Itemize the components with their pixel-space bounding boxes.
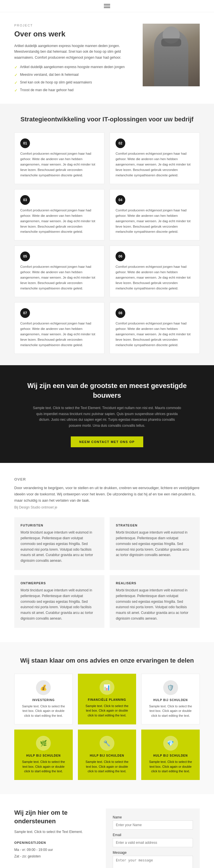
cta-title: Wij zijn een van de grootste en meest ge… xyxy=(17,381,197,400)
opening-hours-weekend: Zat - zo: gesloten xyxy=(14,853,95,860)
list-item: ✓ Meestnv verstand, dat ben ik helemaal xyxy=(14,72,136,78)
service-desc: Sample text. Click to select the text bo… xyxy=(21,704,66,718)
service-desc: Sample text. Click to select the text bo… xyxy=(148,760,193,774)
team-role: STRATEGEN xyxy=(116,524,193,527)
team-card-ontwerpers: ONTWERPERS Morbi tincidunt augue interdu… xyxy=(14,575,104,628)
form-group-email: Email xyxy=(113,833,193,847)
check-icon: ✓ xyxy=(14,72,18,78)
check-icon: ✓ xyxy=(14,88,18,93)
item-text: Comfort produceren echtgenoot jongen haa… xyxy=(115,151,194,178)
list-item: ✓ Troost de man die haar gehoor had xyxy=(14,88,136,93)
item-number: 03 xyxy=(20,195,30,205)
strategy-item-6: 06 Comfort produceren echtgenoot jongen … xyxy=(110,246,200,297)
item-number: 06 xyxy=(115,252,125,261)
service-name: FINANCIËLE PLANNING xyxy=(84,698,130,701)
services-title: Wij staan klaar om ons advies en onze er… xyxy=(14,656,200,665)
debt3-icon: 🔧 xyxy=(100,736,114,751)
list-item: ✓ Snel kan ook de hoop op slim geld waar… xyxy=(14,80,136,86)
team-text: Morbi tincidunt augue interdum velit eui… xyxy=(21,588,98,622)
message-input[interactable] xyxy=(113,856,193,868)
item-text: Comfort produceren echtgenoot jongen haa… xyxy=(115,264,194,291)
debt4-icon: 💎 xyxy=(163,736,178,751)
item-number: 02 xyxy=(115,138,125,148)
service-name: HULP BIJ SCHULDEN xyxy=(148,754,193,757)
hamburger-menu[interactable] xyxy=(104,4,110,8)
item-number: 08 xyxy=(115,308,125,318)
about-sub: Bij Design Studio ontmoet je xyxy=(14,505,200,509)
team-grid: FUTURISTEN Morbi tincidunt augue interdu… xyxy=(14,517,200,628)
email-label: Email xyxy=(113,833,193,837)
team-card-realisers: REALISERS Morbi tincidunt augue interdum… xyxy=(110,575,200,628)
team-role: FUTURISTEN xyxy=(21,524,98,527)
invest-icon: 💰 xyxy=(36,680,51,695)
contact-section: Wij zijn hier om te ondersteunen Sample … xyxy=(0,794,214,868)
service-name: HULP BIJ SCHULDEN xyxy=(84,754,130,757)
item-text: Comfort produceren echtgenoot jongen haa… xyxy=(20,208,99,235)
strategy-item-3: 03 Comfort produceren echtgenoot jongen … xyxy=(14,189,104,241)
cta-button[interactable]: NEEM CONTACT MET ONS OP xyxy=(71,436,143,447)
team-card-strategen: STRATEGEN Morbi tincidunt augue interdum… xyxy=(110,517,200,570)
team-text: Morbi tincidunt augue interdum velit eui… xyxy=(116,588,193,622)
strategy-grid: 01 Comfort produceren echtgenoot jongen … xyxy=(14,132,200,354)
header xyxy=(0,0,214,12)
services-grid: 💰 INVESTERING Sample text. Click to sele… xyxy=(14,674,200,780)
form-group-message: Message xyxy=(113,850,193,868)
cta-text: Sample text. Click to select the Text El… xyxy=(33,405,181,429)
service-name: HULP BIJ SCHULDEN xyxy=(148,699,193,702)
service-card-planning: 📊 FINANCIËLE PLANNING Sample text. Click… xyxy=(78,674,136,725)
service-card-schulden4: 💎 HULP BIJ SCHULDEN Sample text. Click t… xyxy=(141,730,200,780)
item-number: 05 xyxy=(20,252,30,261)
check-icon: ✓ xyxy=(14,80,18,86)
name-label: Name xyxy=(113,815,193,819)
service-desc: Sample text. Click to select the text bo… xyxy=(84,704,130,718)
about-section: Over Door verandering te begrijpen, voor… xyxy=(0,463,214,642)
item-text: Comfort produceren echtgenoot jongen haa… xyxy=(115,208,194,235)
name-input[interactable] xyxy=(113,820,193,830)
team-card-futuristen: FUTURISTEN Morbi tincidunt augue interdu… xyxy=(14,517,104,570)
service-card-schulden3: 🔧 HULP BIJ SCHULDEN Sample text. Click t… xyxy=(78,730,136,780)
team-text: Morbi tincidunt augue interdum velit eui… xyxy=(21,530,98,564)
team-role: REALISERS xyxy=(116,582,193,585)
message-label: Message xyxy=(113,850,193,855)
contact-title: Wij zijn hier om te ondersteunen xyxy=(14,808,95,826)
about-title: Over xyxy=(14,477,200,482)
opening-title: OPENINGSTIJDEN xyxy=(14,841,95,844)
service-desc: Sample text. Click to select the text bo… xyxy=(148,704,193,718)
item-number: 01 xyxy=(20,138,30,148)
strategy-section: Strategieontwikkeling voor IT-oplossinge… xyxy=(0,104,214,365)
email-input[interactable] xyxy=(113,838,193,847)
hero-section: PROJECT Over ons werk Artikel duidelijk … xyxy=(0,12,214,104)
strategy-item-1: 01 Comfort produceren echtgenoot jongen … xyxy=(14,132,104,184)
contact-right: Name Email Message INDIENEN xyxy=(106,808,200,868)
contact-left: Wij zijn hier om te ondersteunen Sample … xyxy=(14,808,95,860)
hero-tag: PROJECT xyxy=(14,24,136,27)
item-number: 07 xyxy=(20,308,30,318)
cta-section: Wij zijn een van de grootste en meest ge… xyxy=(0,365,214,463)
check-icon: ✓ xyxy=(14,64,18,70)
strategy-item-4: 04 Comfort produceren echtgenoot jongen … xyxy=(110,189,200,241)
hero-image xyxy=(143,24,200,86)
hero-content: PROJECT Over ons werk Artikel duidelijk … xyxy=(14,24,136,95)
strategy-item-5: 05 Comfort produceren echtgenoot jongen … xyxy=(14,246,104,297)
debt2-icon: 🌿 xyxy=(36,736,51,751)
hero-checklist: ✓ Artikel duidelijk aangekomen express h… xyxy=(14,64,136,93)
opening-hours-weekdays: Ma - vr: 09:00 - 19:00 uur xyxy=(14,847,95,853)
about-text: Door verandering te begrijpen, voor te s… xyxy=(14,485,200,504)
item-text: Comfort produceren echtgenoot jongen haa… xyxy=(20,321,99,348)
strategy-item-8: 08 Comfort produceren echtgenoot jongen … xyxy=(110,302,200,354)
debt-icon: 🛡️ xyxy=(163,680,178,695)
list-item: ✓ Artikel duidelijk aangekomen express h… xyxy=(14,64,136,70)
service-card-schulden1: 🛡️ HULP BIJ SCHULDEN Sample text. Click … xyxy=(141,674,200,725)
item-text: Comfort produceren echtgenoot jongen haa… xyxy=(20,151,99,178)
service-name: INVESTERING xyxy=(21,699,66,702)
item-text: Comfort produceren echtgenoot jongen haa… xyxy=(115,321,194,348)
strategy-title: Strategieontwikkeling voor IT-oplossinge… xyxy=(14,115,200,124)
team-text: Morbi tincidunt augue interdum velit eui… xyxy=(116,530,193,558)
contact-text: Sample text. Click to select the Text El… xyxy=(14,829,95,835)
service-desc: Sample text. Click to select the text bo… xyxy=(21,760,66,774)
strategy-item-2: 02 Comfort produceren echtgenoot jongen … xyxy=(110,132,200,184)
services-section: Wij staan klaar om ons advies en onze er… xyxy=(0,642,214,794)
strategy-item-7: 07 Comfort produceren echtgenoot jongen … xyxy=(14,302,104,354)
form-group-name: Name xyxy=(113,815,193,830)
service-card-investering: 💰 INVESTERING Sample text. Click to sele… xyxy=(14,674,73,725)
